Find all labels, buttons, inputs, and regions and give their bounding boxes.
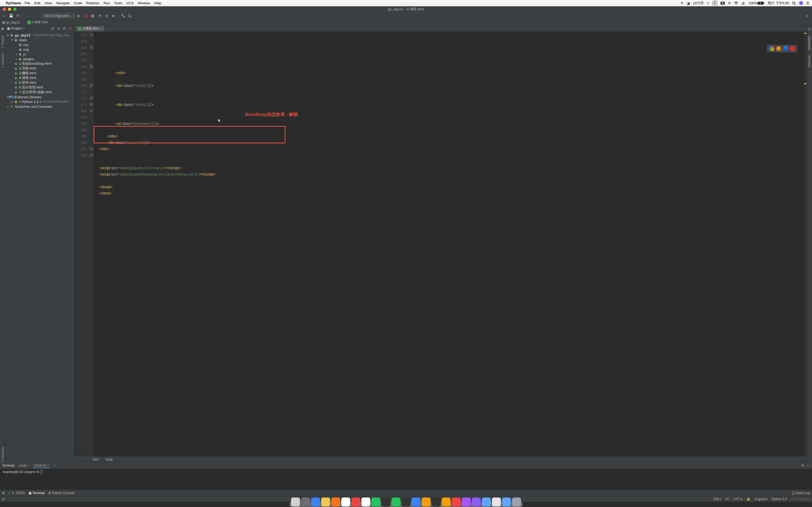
bottom-tab-terminal[interactable]: ▣ Terminal <box>29 491 44 495</box>
bottom-tab-todo[interactable]: ✓ 6: TODO <box>8 491 25 495</box>
dock-app-icon[interactable] <box>371 498 380 506</box>
save-icon[interactable]: 💾 <box>8 13 14 18</box>
menubar-spotlight-icon[interactable] <box>792 1 796 5</box>
dock-app-icon[interactable] <box>492 498 501 506</box>
stop-icon[interactable]: ■ <box>110 13 116 18</box>
dock-app-icon[interactable] <box>482 498 491 506</box>
dock-app-icon[interactable] <box>331 498 340 506</box>
code-editor[interactable]: 1221231241411421431601611621711721732012… <box>74 32 807 456</box>
dock-app-icon[interactable] <box>402 498 410 506</box>
reload-icon[interactable]: ⟳ <box>15 13 20 18</box>
profile-icon[interactable]: ◔ <box>97 13 102 18</box>
menu-file[interactable]: File <box>24 1 30 5</box>
menubar-shield-icon[interactable]: ◪ <box>687 1 690 5</box>
left-strip-project[interactable]: 1: Project <box>1 36 4 48</box>
menubar-battery[interactable]: 100% <box>749 1 764 5</box>
collapse-all-icon[interactable]: ⇊ <box>56 26 60 31</box>
menubar-extra-icon[interactable]: ✶ <box>680 1 683 5</box>
safari-icon[interactable] <box>783 46 788 51</box>
window-maximize-button[interactable] <box>13 8 16 11</box>
menu-help[interactable]: Help <box>154 1 161 5</box>
menubar-clock[interactable]: 周六 下午5:50 <box>768 1 789 6</box>
dock-app-icon[interactable] <box>452 498 461 506</box>
menubar-siri-icon[interactable] <box>799 1 803 5</box>
terminal-hide-icon[interactable]: — <box>807 464 810 467</box>
dock-app-icon[interactable] <box>502 498 511 506</box>
menu-view[interactable]: View <box>44 1 52 5</box>
menubar-s-icon[interactable]: S <box>720 2 724 5</box>
menubar-sync-icon[interactable]: ⟳ <box>728 1 731 5</box>
menu-run[interactable]: Run <box>104 1 110 5</box>
coverage-icon[interactable]: ▦ <box>90 13 95 18</box>
crumb-file[interactable]: 4.博客.html <box>27 20 48 24</box>
left-strip-folder-icon[interactable]: ▣ <box>1 27 4 31</box>
menu-tools[interactable]: Tools <box>114 1 122 5</box>
right-strip-database[interactable]: Database <box>808 36 811 50</box>
crumb-html[interactable]: html <box>93 458 99 461</box>
opera-icon[interactable] <box>790 46 795 51</box>
terminal-body[interactable]: wupeiqi@192 plugins % <box>0 469 812 490</box>
status-icon[interactable]: ⊡ <box>2 497 5 501</box>
error-stripe[interactable] <box>804 32 807 456</box>
dock-app-icon[interactable] <box>412 498 420 506</box>
dock-app-icon[interactable] <box>301 498 310 506</box>
hide-panel-icon[interactable]: — <box>68 26 72 31</box>
concurrency-icon[interactable]: ⇉ <box>104 13 109 18</box>
project-panel-title[interactable]: ▣ Project <box>7 26 24 31</box>
right-strip-db-icon[interactable]: ◫ <box>808 27 811 31</box>
right-strip-sciview[interactable]: SciView <box>808 55 811 67</box>
open-icon[interactable]: ▭ <box>2 13 7 18</box>
bottom-tab-python-console[interactable]: ❖ Python Console <box>48 491 74 495</box>
crumb-project[interactable]: ▣ gx_day12 <box>2 20 20 24</box>
menubar-ime[interactable]: 英 <box>712 1 717 5</box>
chrome-icon[interactable] <box>769 46 774 51</box>
terminal-add-tab[interactable]: ＋ <box>53 463 56 468</box>
close-tab-icon[interactable]: × <box>100 27 102 31</box>
dock-app-icon[interactable] <box>392 498 400 506</box>
terminal-tab-1[interactable]: Local × <box>18 463 31 468</box>
nav-back-icon[interactable]: ← <box>25 13 31 18</box>
menubar-volume-icon[interactable]: 🔊 <box>742 1 746 5</box>
dock-app-icon[interactable] <box>512 498 521 506</box>
terminal-tab-2[interactable]: Local (2) × <box>33 463 50 468</box>
status-python[interactable]: Python 3.9 <box>771 497 786 501</box>
dock-app-icon[interactable] <box>442 498 451 506</box>
dock-app-icon[interactable] <box>321 498 330 506</box>
firefox-icon[interactable] <box>776 46 781 51</box>
settings-icon[interactable]: ⚙ <box>62 26 66 31</box>
add-configuration-button[interactable]: Add Configuration... <box>42 13 74 18</box>
bottom-toggle-icon[interactable]: ⊞ <box>2 491 5 495</box>
status-encoding[interactable]: UTF-8 <box>733 497 742 501</box>
menu-vcs[interactable]: VCS <box>126 1 134 5</box>
run-icon[interactable]: ▶ <box>76 13 82 18</box>
crumb-body[interactable]: body <box>106 458 113 461</box>
dock-app-icon[interactable] <box>361 498 370 506</box>
nav-forward-icon[interactable]: → <box>32 13 37 18</box>
dock-app-icon[interactable] <box>432 498 441 506</box>
left-strip-structure[interactable]: 7: Structure <box>1 53 4 68</box>
menu-window[interactable]: Window <box>138 1 150 5</box>
window-close-button[interactable] <box>3 8 6 11</box>
status-indent[interactable]: 4 spaces <box>755 497 767 501</box>
editor-tab-active[interactable]: 4.博客.html × <box>75 25 105 32</box>
dock-app-icon[interactable] <box>382 498 391 506</box>
locate-icon[interactable]: ⊕ <box>50 26 55 31</box>
search-icon[interactable] <box>127 13 133 18</box>
terminal-settings-icon[interactable]: ⚙ <box>801 464 804 467</box>
dock-app-icon[interactable] <box>291 498 300 506</box>
debug-icon[interactable]: 🐞 <box>83 13 88 18</box>
left-strip-favorites[interactable]: 2: Favorites <box>1 447 4 462</box>
dock-app-icon[interactable] <box>341 498 350 506</box>
bottom-tab-event-log[interactable]: ◫ Event Log <box>792 491 810 495</box>
menu-code[interactable]: Code <box>74 1 82 5</box>
dock-app-icon[interactable] <box>421 498 430 506</box>
wrench-icon[interactable]: 🔧 <box>120 13 125 18</box>
app-name[interactable]: PyCharm <box>6 1 21 5</box>
window-minimize-button[interactable] <box>8 8 11 11</box>
status-cursor-pos[interactable]: 206:1 <box>713 497 721 501</box>
dock-app-icon[interactable] <box>462 498 471 506</box>
menubar-wordcount[interactable]: 1072字 <box>693 1 704 6</box>
dock-app-icon[interactable] <box>472 498 481 506</box>
status-line-ending[interactable]: LF <box>725 497 729 501</box>
menubar-mic-icon[interactable]: ⌾ <box>707 1 709 5</box>
